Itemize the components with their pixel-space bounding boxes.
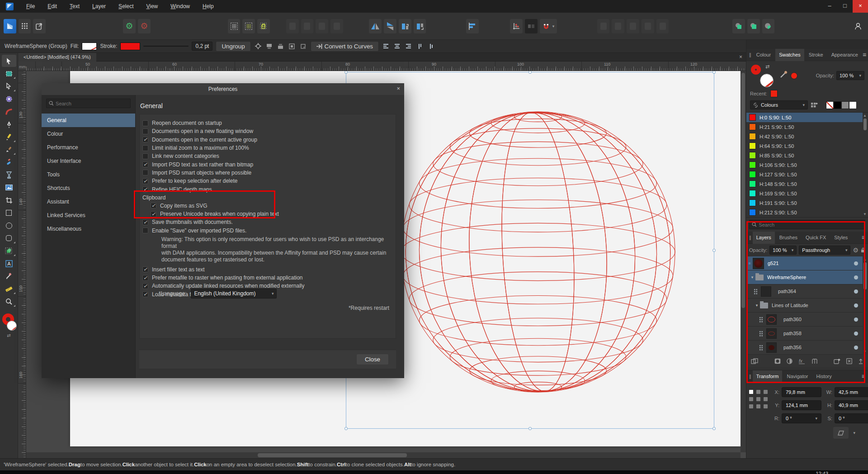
- shear-button[interactable]: [833, 427, 849, 439]
- vector-brush-tool[interactable]: [2, 143, 16, 156]
- swatch-row[interactable]: H:127 S:90: L:50: [746, 170, 863, 179]
- scrollbar-thumb[interactable]: [258, 453, 407, 457]
- checkbox[interactable]: ✓: [142, 275, 148, 281]
- move-tool[interactable]: [2, 55, 16, 67]
- add-layer-icon[interactable]: [834, 358, 840, 364]
- preferences-search-input[interactable]: [56, 101, 128, 106]
- layer-row-path364[interactable]: path364: [746, 284, 863, 299]
- preferences-close-button[interactable]: Close: [356, 354, 389, 365]
- expand-icon[interactable]: ▾: [749, 275, 755, 280]
- x-field[interactable]: 79,8 mm: [782, 387, 821, 397]
- shape-tool[interactable]: [2, 245, 16, 257]
- checkbox[interactable]: ✓: [142, 283, 148, 289]
- horizontal-scrollbar[interactable]: [26, 452, 741, 458]
- layers-opacity-dropdown[interactable]: 100 %▾: [769, 246, 797, 255]
- tab-styles[interactable]: Styles: [830, 232, 851, 244]
- vertical-scrollbar[interactable]: [741, 71, 746, 452]
- checkbox[interactable]: [142, 128, 148, 134]
- layer-visibility-toggle[interactable]: [854, 261, 858, 265]
- checkbox[interactable]: [142, 120, 148, 126]
- menu-edit[interactable]: Edit: [41, 0, 63, 13]
- move-forward-button[interactable]: [399, 19, 411, 33]
- sidebar-item-colour[interactable]: Colour: [42, 127, 135, 141]
- maximize-button[interactable]: □: [837, 0, 853, 13]
- place-image-tool[interactable]: [2, 181, 16, 194]
- sidebar-item-shortcuts[interactable]: Shortcuts: [42, 181, 135, 195]
- measure-tool[interactable]: [2, 283, 16, 295]
- close-window-button[interactable]: ×: [853, 0, 868, 13]
- selection-handle[interactable]: [528, 71, 532, 74]
- layer-row-wireframesphere[interactable]: ▾ WireframeSphere: [746, 270, 863, 284]
- chevron-down-icon[interactable]: ▾: [853, 431, 855, 435]
- h-field[interactable]: 40,9 mm: [835, 400, 868, 410]
- checkbox[interactable]: ✓: [142, 266, 148, 272]
- align-center-icon[interactable]: [393, 42, 401, 50]
- node-tool[interactable]: [2, 80, 16, 92]
- artistic-text-tool[interactable]: A: [2, 257, 16, 270]
- checkbox[interactable]: [142, 170, 148, 175]
- panel-handle[interactable]: ||: [749, 52, 751, 57]
- layer-row-path360[interactable]: path360: [746, 313, 863, 327]
- option-row[interactable]: ✓Import PSD text as text rather than bit…: [142, 160, 396, 168]
- fill-swatch[interactable]: [82, 43, 97, 50]
- object-creation-snap-button[interactable]: [257, 19, 270, 33]
- layers-scrollbar[interactable]: ▲ ▼: [863, 257, 867, 354]
- s-dropdown[interactable]: 0 °▾: [835, 413, 868, 423]
- fill-color-well[interactable]: [7, 321, 17, 331]
- rounded-rectangle-tool[interactable]: [2, 232, 16, 244]
- sidebar-item-linked-services[interactable]: Linked Services: [42, 209, 135, 222]
- checkbox[interactable]: ✓: [151, 211, 156, 217]
- checkbox[interactable]: ✓: [142, 219, 148, 225]
- convert-to-curves-button[interactable]: Convert to Curves: [311, 41, 379, 52]
- panel-handle[interactable]: ||: [749, 235, 751, 240]
- layer-visibility-toggle[interactable]: [854, 318, 858, 322]
- preferences-titlebar[interactable]: Preferences ×: [42, 83, 404, 95]
- option-row[interactable]: ✓Documents open in the current active gr…: [142, 136, 396, 144]
- layer-row-path358[interactable]: path358: [746, 327, 863, 341]
- panel-menu-icon[interactable]: ≡: [863, 51, 866, 58]
- fill-stroke-indicator[interactable]: [1, 313, 17, 332]
- anchor-point-selector[interactable]: [749, 390, 768, 423]
- layer-thumbnail[interactable]: [753, 258, 764, 269]
- option-row[interactable]: ✓Copy items as SVG: [151, 202, 396, 210]
- boolean-add-button[interactable]: [732, 19, 745, 33]
- flip-vertical-button[interactable]: [384, 19, 396, 33]
- panel-handle[interactable]: ||: [749, 374, 751, 379]
- swatch-row[interactable]: H:85 S:90: L:50: [746, 151, 863, 160]
- checkbox[interactable]: [142, 145, 148, 151]
- checkbox[interactable]: [142, 153, 148, 159]
- r-dropdown[interactable]: 0 °▾: [782, 413, 821, 423]
- align-left-icon[interactable]: [382, 42, 390, 50]
- language-dropdown[interactable]: English (United Kingdom)▾: [191, 289, 277, 299]
- edit-all-layers-icon[interactable]: [751, 358, 758, 364]
- menu-file[interactable]: File: [20, 0, 41, 13]
- assistant-gear-button[interactable]: ⚙: [123, 19, 136, 33]
- sidebar-item-miscellaneous[interactable]: Miscellaneous: [42, 222, 135, 236]
- delete-layer-icon[interactable]: [846, 358, 852, 364]
- layer-row-g521[interactable]: ≡ g521: [746, 256, 863, 270]
- mask-layer-icon[interactable]: [774, 358, 781, 364]
- pixel-align-toggle[interactable]: [525, 19, 538, 33]
- layer-visibility-toggle[interactable]: [854, 275, 858, 280]
- align-top-icon[interactable]: [416, 42, 424, 50]
- color-picker-tool[interactable]: [2, 270, 16, 282]
- snapping-magnet-button[interactable]: ▾: [540, 19, 557, 33]
- checkbox[interactable]: ✓: [142, 137, 148, 142]
- stroke-color-well[interactable]: [751, 65, 761, 75]
- insert-top-icon[interactable]: [265, 42, 274, 50]
- option-row[interactable]: ✓Prefer metafile to raster when pasting …: [142, 274, 396, 282]
- document-tab[interactable]: <Untitled> [Modified] (474.9%): [18, 53, 96, 62]
- fill-stroke-wells[interactable]: ⇄: [750, 64, 777, 87]
- tab-brushes[interactable]: Brushes: [776, 232, 801, 244]
- swatch-row[interactable]: H:191 S:90: L:50: [746, 198, 863, 208]
- insert-behind-icon[interactable]: [277, 42, 285, 50]
- layers-search-box[interactable]: [749, 220, 865, 229]
- layer-thumbnail[interactable]: [761, 286, 771, 297]
- swatch-row[interactable]: H:21 S:90: L:50: [746, 122, 863, 132]
- corner-tool[interactable]: [2, 105, 16, 118]
- stroke-swatch[interactable]: [120, 43, 140, 50]
- layers-search-input[interactable]: [759, 222, 863, 228]
- live-filter-icon[interactable]: [811, 358, 818, 364]
- selection-handle[interactable]: [344, 427, 348, 430]
- sidebar-item-general[interactable]: General: [42, 114, 135, 127]
